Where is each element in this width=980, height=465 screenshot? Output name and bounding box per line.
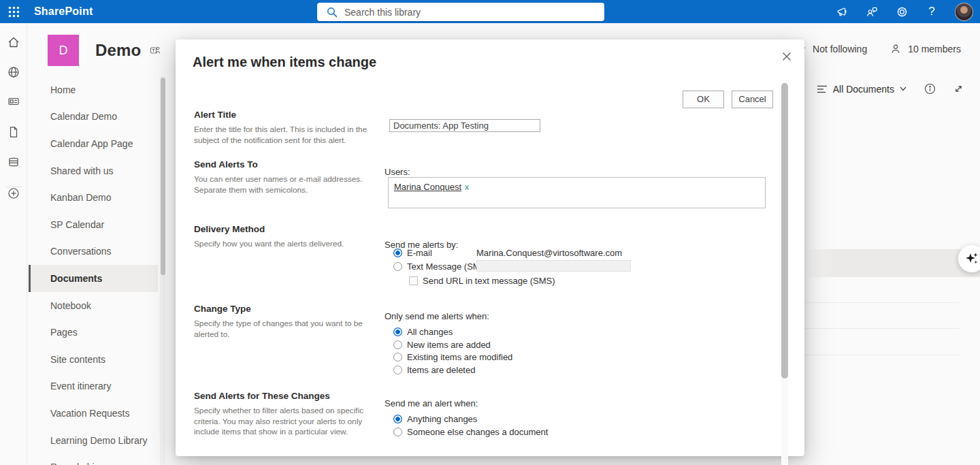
- search-placeholder: Search this library: [344, 7, 421, 18]
- radio-label: Someone else changes a document: [407, 427, 548, 437]
- users-label: Users:: [385, 167, 410, 177]
- radio-icon[interactable]: [393, 327, 402, 336]
- radio-icon[interactable]: [393, 262, 402, 271]
- section-heading: Alert Title: [194, 110, 370, 120]
- radio-label: Existing items are modified: [407, 352, 512, 362]
- radio-option-all-changes[interactable]: All changes: [393, 325, 512, 338]
- section-description: Specify the type of changes that you wan…: [194, 319, 370, 340]
- checkbox-icon[interactable]: [409, 276, 418, 285]
- radio-icon[interactable]: [393, 248, 402, 257]
- radio-icon[interactable]: [393, 428, 402, 436]
- change-type-group-label: Only send me alerts when:: [385, 311, 489, 321]
- alert-dialog: Alert me when items change OK Cancel Ale…: [176, 39, 804, 456]
- search-input[interactable]: Search this library: [317, 3, 604, 21]
- section-description: You can enter user names or e-mail addre…: [194, 174, 370, 195]
- remove-user-x[interactable]: x: [465, 182, 469, 192]
- share-feedback-icon[interactable]: [865, 5, 879, 18]
- radio-label: E-mail: [407, 248, 432, 258]
- help-icon[interactable]: ?: [925, 5, 938, 18]
- radio-option-email[interactable]: E-mail: [393, 246, 432, 259]
- radio-icon[interactable]: [393, 366, 402, 374]
- radio-label: New items are added: [407, 340, 491, 350]
- section-heading: Send Alerts To: [194, 159, 370, 170]
- radio-option-sms[interactable]: Text Message (SMS): [393, 260, 489, 273]
- section-description: Specify whether to filter alerts based o…: [194, 406, 370, 438]
- radio-option-existing-items-are-modified[interactable]: Existing items are modified: [393, 351, 512, 364]
- help-glyph: ?: [928, 5, 934, 18]
- radio-option-someone-else-changes-a-document[interactable]: Someone else changes a document: [393, 426, 548, 438]
- settings-gear-icon[interactable]: [895, 5, 909, 18]
- checkbox-label: Send URL in text message (SMS): [423, 276, 555, 286]
- close-icon[interactable]: [779, 49, 794, 64]
- radio-label: All changes: [407, 327, 453, 337]
- radio-label: Anything changes: [407, 414, 477, 424]
- ok-button[interactable]: OK: [683, 91, 724, 108]
- suite-bar: SharePoint Search this library: [0, 0, 980, 23]
- radio-option-new-items-are-added[interactable]: New items are added: [393, 338, 512, 351]
- alert-title-input[interactable]: [389, 119, 540, 132]
- app-launcher-waffle-icon[interactable]: [0, 0, 27, 23]
- section-alert-title: Alert Title Enter the title for this ale…: [176, 110, 774, 157]
- radio-icon[interactable]: [393, 415, 402, 423]
- sparkle-icon: [964, 251, 979, 266]
- radio-icon[interactable]: [393, 340, 402, 349]
- dialog-scrollbar-thumb[interactable]: [781, 83, 788, 379]
- megaphone-icon[interactable]: [835, 5, 849, 18]
- radio-option-items-are-deleted[interactable]: Items are deleted: [393, 364, 512, 376]
- section-criteria: Send Alerts for These Changes Specify wh…: [176, 391, 774, 456]
- change-type-radio-group: All changesNew items are addedExisting i…: [393, 325, 512, 376]
- section-description: Specify how you want the alerts delivere…: [194, 239, 370, 250]
- search-icon: [327, 7, 338, 18]
- section-change-type: Change Type Specify the type of changes …: [176, 304, 774, 385]
- people-picker-field[interactable]: Marina Conquestx: [388, 177, 766, 208]
- user-avatar[interactable]: [955, 3, 973, 21]
- criteria-radio-group: Anything changesSomeone else changes a d…: [393, 413, 548, 438]
- app-title[interactable]: SharePoint: [34, 5, 93, 18]
- section-delivery-method: Delivery Method Specify how you want the…: [176, 224, 774, 299]
- user-chip[interactable]: Marina Conquest: [394, 182, 461, 192]
- criteria-group-label: Send me an alert when:: [385, 398, 478, 408]
- radio-icon[interactable]: [393, 353, 402, 362]
- radio-label: Items are deleted: [407, 365, 475, 375]
- copilot-sparkle-button[interactable]: [958, 245, 980, 272]
- dialog-title: Alert me when items change: [193, 54, 376, 70]
- email-address-value: Marina.Conquest@virtosoftware.com: [476, 248, 622, 258]
- sms-number-input-disabled: [476, 260, 631, 272]
- cancel-button[interactable]: Cancel: [732, 91, 773, 108]
- section-heading: Change Type: [194, 304, 370, 314]
- checkbox-send-url-sms[interactable]: Send URL in text message (SMS): [409, 274, 555, 287]
- section-heading: Delivery Method: [194, 224, 370, 234]
- section-description: Enter the title for this alert. This is …: [194, 125, 370, 146]
- section-heading: Send Alerts for These Changes: [194, 391, 370, 401]
- radio-option-anything-changes[interactable]: Anything changes: [393, 413, 548, 426]
- waffle-icon: [8, 6, 20, 18]
- suite-bar-actions: ?: [835, 0, 980, 23]
- section-send-alerts-to: Send Alerts To You can enter user names …: [176, 159, 774, 222]
